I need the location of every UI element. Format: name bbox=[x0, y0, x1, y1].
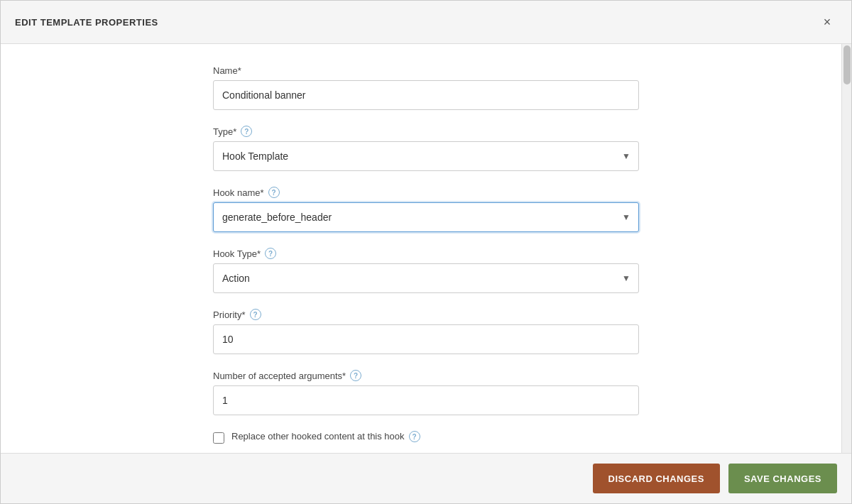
type-select[interactable]: Hook Template Block Template Layout Temp… bbox=[213, 141, 639, 171]
form-container: Name* Type* ? Hook Template Block Templa… bbox=[213, 65, 639, 453]
discard-changes-button[interactable]: DISCARD CHANGES bbox=[593, 464, 720, 493]
num-args-input[interactable] bbox=[213, 385, 639, 415]
scrollbar-thumb bbox=[843, 45, 851, 84]
type-label: Type* ? bbox=[213, 126, 639, 137]
edit-template-dialog: EDIT TEMPLATE PROPERTIES × Name* bbox=[0, 0, 852, 504]
dialog-header: EDIT TEMPLATE PROPERTIES × bbox=[1, 1, 851, 44]
close-button[interactable]: × bbox=[817, 12, 837, 32]
hook-type-label: Hook Type* ? bbox=[213, 248, 639, 259]
hook-name-help-icon: ? bbox=[268, 187, 280, 198]
priority-input[interactable] bbox=[213, 324, 639, 354]
priority-label: Priority* ? bbox=[213, 309, 639, 320]
replace-checkbox-group: Replace other hooked content at this hoo… bbox=[213, 431, 639, 444]
hook-name-field-group: Hook name* ? generate_before_header gene… bbox=[213, 187, 639, 232]
num-args-label: Number of accepted arguments* ? bbox=[213, 370, 639, 381]
dialog-body: Name* Type* ? Hook Template Block Templa… bbox=[1, 44, 851, 453]
name-field-group: Name* bbox=[213, 65, 639, 110]
dialog-footer: DISCARD CHANGES SAVE CHANGES bbox=[1, 453, 851, 503]
replace-checkbox[interactable] bbox=[213, 432, 224, 444]
replace-label: Replace other hooked content at this hoo… bbox=[231, 431, 420, 442]
dialog-overlay: EDIT TEMPLATE PROPERTIES × Name* bbox=[0, 0, 852, 504]
num-args-field-group: Number of accepted arguments* ? bbox=[213, 370, 639, 415]
priority-field-group: Priority* ? bbox=[213, 309, 639, 354]
type-field-group: Type* ? Hook Template Block Template Lay… bbox=[213, 126, 639, 171]
replace-help-icon: ? bbox=[409, 431, 420, 442]
type-help-icon: ? bbox=[241, 126, 252, 137]
hook-type-help-icon: ? bbox=[265, 248, 276, 259]
dialog-title: EDIT TEMPLATE PROPERTIES bbox=[15, 17, 158, 28]
hook-name-select-wrapper: generate_before_header generate_after_he… bbox=[213, 202, 639, 232]
type-select-wrapper: Hook Template Block Template Layout Temp… bbox=[213, 141, 639, 171]
priority-help-icon: ? bbox=[250, 309, 261, 320]
save-changes-button[interactable]: SAVE CHANGES bbox=[728, 464, 837, 493]
hook-type-select-wrapper: Action Filter ▼ bbox=[213, 263, 639, 293]
hook-type-field-group: Hook Type* ? Action Filter ▼ bbox=[213, 248, 639, 293]
scrollbar bbox=[841, 44, 851, 453]
name-label: Name* bbox=[213, 65, 639, 76]
name-input[interactable] bbox=[213, 80, 639, 110]
hook-type-select[interactable]: Action Filter bbox=[213, 263, 639, 293]
hook-name-select[interactable]: generate_before_header generate_after_he… bbox=[213, 202, 639, 232]
num-args-help-icon: ? bbox=[350, 370, 361, 381]
hook-name-label: Hook name* ? bbox=[213, 187, 639, 198]
